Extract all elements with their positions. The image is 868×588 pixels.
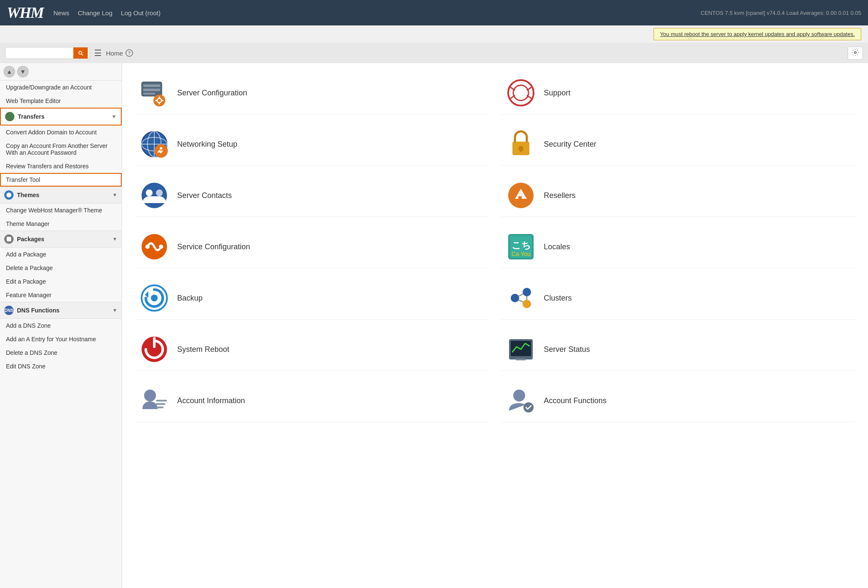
svg-point-43 bbox=[523, 300, 531, 308]
support-label: Support bbox=[544, 89, 570, 98]
sidebar-item-copy-account[interactable]: Copy an Account From Another Server With… bbox=[0, 139, 122, 159]
sidebar-item-delete-package[interactable]: Delete a Package bbox=[0, 261, 122, 275]
server-config-icon bbox=[139, 78, 170, 108]
svg-point-27 bbox=[146, 189, 153, 196]
settings-button[interactable] bbox=[848, 47, 863, 60]
grid-item-server-config[interactable]: Server Configuration bbox=[135, 72, 489, 114]
server-config-label: Server Configuration bbox=[177, 89, 247, 98]
sidebar-item-upgrade[interactable]: Upgrade/Downgrade an Account bbox=[0, 81, 122, 94]
nav-logout[interactable]: Log Out (root) bbox=[121, 9, 160, 17]
sidebar-item-add-a-entry[interactable]: Add an A Entry for Your Hostname bbox=[0, 332, 122, 346]
svg-rect-25 bbox=[520, 148, 522, 152]
account-info-icon bbox=[139, 385, 170, 416]
main-content: Server Configuration Support bbox=[122, 63, 868, 588]
svg-point-21 bbox=[154, 144, 168, 158]
resellers-icon bbox=[506, 180, 536, 211]
svg-point-41 bbox=[511, 294, 519, 302]
sidebar-section-themes[interactable]: Themes ▼ bbox=[0, 187, 122, 203]
svg-point-32 bbox=[145, 245, 150, 249]
svg-line-45 bbox=[518, 300, 523, 302]
whm-logo[interactable]: WHM bbox=[7, 4, 43, 22]
settings-icon bbox=[851, 49, 859, 56]
sidebar-item-delete-dns[interactable]: Delete a DNS Zone bbox=[0, 346, 122, 359]
svg-point-56 bbox=[513, 390, 525, 401]
sidebar-item-convert-addon[interactable]: Convert Addon Domain to Account bbox=[0, 125, 122, 139]
security-icon bbox=[506, 129, 536, 159]
resellers-label: Resellers bbox=[544, 191, 576, 200]
search-input[interactable] bbox=[6, 47, 73, 59]
sidebar-section-packages[interactable]: Packages ▼ bbox=[0, 231, 122, 248]
svg-rect-51 bbox=[516, 359, 526, 360]
search-wrap bbox=[5, 47, 90, 59]
grid-item-security[interactable]: Security Center bbox=[501, 123, 855, 166]
sidebar-item-add-package[interactable]: Add a Package bbox=[0, 248, 122, 261]
nav-changelog[interactable]: Change Log bbox=[78, 9, 113, 17]
svg-point-8 bbox=[157, 98, 161, 103]
networking-label: Networking Setup bbox=[177, 140, 237, 149]
alert-message[interactable]: You must reboot the server to apply kern… bbox=[654, 28, 861, 40]
svg-point-10 bbox=[513, 85, 529, 100]
sidebar: ▲ ▼ Upgrade/Downgrade an Account Web Tem… bbox=[0, 63, 122, 588]
grid-item-server-contacts[interactable]: Server Contacts bbox=[135, 174, 489, 217]
grid-item-account-functions[interactable]: Account Functions bbox=[501, 379, 855, 422]
server-contacts-icon bbox=[139, 180, 170, 211]
svg-point-26 bbox=[142, 183, 167, 208]
locales-label: Locales bbox=[544, 242, 570, 251]
nav-news[interactable]: News bbox=[53, 9, 70, 17]
grid-item-account-info[interactable]: Account Information bbox=[135, 379, 489, 422]
grid-item-networking[interactable]: Networking Setup bbox=[135, 123, 489, 166]
help-icon[interactable]: ? bbox=[125, 49, 133, 57]
grid-item-service-config[interactable]: Service Configuration bbox=[135, 226, 489, 268]
sidebar-section-transfers[interactable]: Transfers ▼ bbox=[0, 108, 122, 125]
clusters-label: Clusters bbox=[544, 294, 572, 303]
svg-text:こち: こち bbox=[512, 240, 531, 251]
server-status-label: Server Status bbox=[544, 345, 590, 354]
svg-point-57 bbox=[523, 402, 534, 412]
transfers-section-label: Transfers bbox=[18, 113, 45, 120]
search-bar: ☰ Home ? bbox=[0, 43, 868, 63]
grid-item-resellers[interactable]: Resellers bbox=[501, 174, 855, 217]
svg-rect-6 bbox=[143, 93, 155, 95]
system-reboot-icon bbox=[139, 334, 170, 365]
grid-item-system-reboot[interactable]: System Reboot bbox=[135, 328, 489, 371]
svg-rect-54 bbox=[156, 403, 165, 405]
nav-down-arrow[interactable]: ▼ bbox=[17, 66, 29, 78]
nav-up-arrow[interactable]: ▲ bbox=[3, 66, 15, 78]
sidebar-section-dns[interactable]: DNS DNS Functions ▼ bbox=[0, 302, 122, 319]
sidebar-item-change-theme[interactable]: Change WebHost Manager® Theme bbox=[0, 203, 122, 217]
backup-icon bbox=[139, 283, 170, 313]
svg-rect-2 bbox=[7, 237, 11, 242]
grid-item-locales[interactable]: こち Ca You Locales bbox=[501, 226, 855, 268]
dns-section-arrow: ▼ bbox=[112, 307, 117, 313]
top-nav: WHM News Change Log Log Out (root) CENTO… bbox=[0, 0, 868, 25]
search-button[interactable] bbox=[73, 47, 88, 59]
service-config-icon bbox=[139, 231, 170, 262]
account-info-label: Account Information bbox=[177, 396, 245, 405]
svg-rect-5 bbox=[143, 89, 160, 91]
server-status-icon bbox=[506, 334, 536, 365]
grid-item-server-status[interactable]: Server Status bbox=[501, 328, 855, 371]
themes-section-icon bbox=[4, 190, 14, 200]
grid-item-backup[interactable]: Backup bbox=[135, 277, 489, 320]
sidebar-item-add-dns[interactable]: Add a DNS Zone bbox=[0, 319, 122, 332]
menu-icon[interactable]: ☰ bbox=[94, 48, 102, 58]
sidebar-item-transfer-tool[interactable]: Transfer Tool bbox=[0, 173, 122, 187]
sidebar-item-feature-manager[interactable]: Feature Manager bbox=[0, 288, 122, 302]
svg-rect-30 bbox=[518, 196, 522, 201]
grid-item-support[interactable]: Support bbox=[501, 72, 855, 114]
sidebar-item-edit-package[interactable]: Edit a Package bbox=[0, 275, 122, 288]
grid-item-clusters[interactable]: Clusters bbox=[501, 277, 855, 320]
sidebar-item-theme-manager[interactable]: Theme Manager bbox=[0, 217, 122, 231]
service-config-label: Service Configuration bbox=[177, 242, 250, 251]
server-info: CENTOS 7.5 kvm [cpanel] v74.0.4 Load Ave… bbox=[701, 10, 861, 16]
sidebar-item-edit-dns[interactable]: Edit DNS Zone bbox=[0, 359, 122, 373]
account-functions-icon bbox=[506, 385, 536, 416]
sidebar-item-web-template[interactable]: Web Template Editor bbox=[0, 94, 122, 108]
main-grid: Server Configuration Support bbox=[135, 72, 855, 422]
svg-point-22 bbox=[160, 147, 162, 150]
svg-rect-55 bbox=[156, 407, 164, 408]
breadcrumb-home[interactable]: Home bbox=[106, 50, 123, 57]
themes-section-label: Themes bbox=[17, 192, 39, 198]
sidebar-item-review-transfers[interactable]: Review Transfers and Restores bbox=[0, 159, 122, 173]
breadcrumb: Home ? bbox=[106, 49, 133, 57]
